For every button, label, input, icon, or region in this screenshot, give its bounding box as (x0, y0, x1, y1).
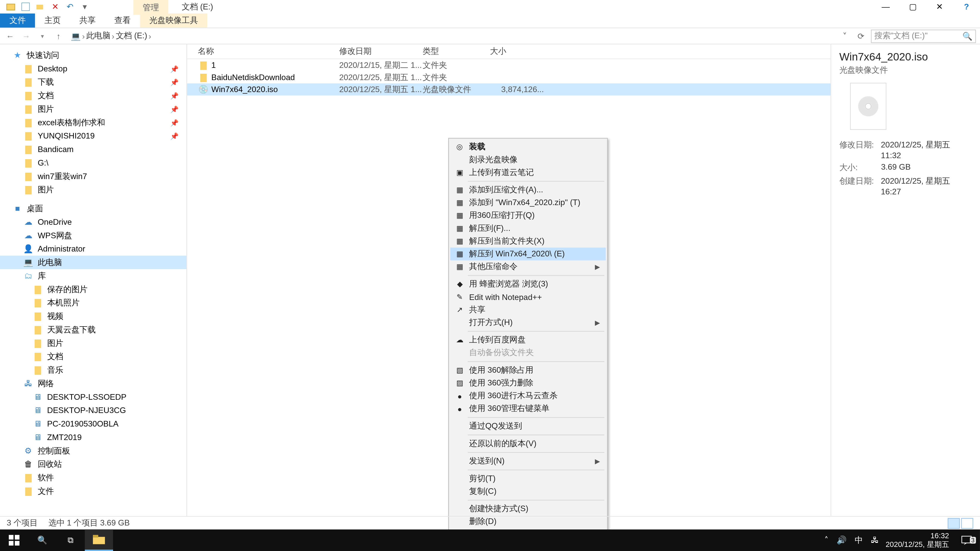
breadcrumb[interactable]: 💻 › 此电脑 › 文档 (E:) › (68, 29, 835, 43)
qat-customize-icon[interactable]: ▾ (78, 1, 92, 13)
context-menu-item[interactable]: ▧使用 360解除占用 (450, 364, 606, 377)
nav-item[interactable]: ▇G:\ (0, 156, 186, 170)
tray-overflow-icon[interactable]: ˄ (824, 535, 829, 545)
tab-file[interactable]: 文件 (0, 14, 35, 27)
network-icon[interactable]: 🖧 (871, 535, 879, 545)
context-menu-item[interactable]: ▦解压到 Win7x64_2020\ (E) (450, 248, 606, 260)
breadcrumb-item[interactable]: 此电脑 (86, 30, 110, 42)
nav-item[interactable]: 🖥ZMT2019 (0, 430, 186, 444)
nav-item[interactable]: 👤Administrator (0, 242, 186, 256)
context-menu-item[interactable]: ▨使用 360强力删除 (450, 377, 606, 389)
task-view-button[interactable]: ⧉ (57, 530, 85, 551)
col-name[interactable]: 名称 (198, 46, 339, 57)
minimize-button[interactable]: — (872, 0, 899, 14)
view-details-button[interactable] (948, 518, 959, 528)
context-menu-item[interactable]: 还原以前的版本(V) (450, 437, 606, 450)
nav-item[interactable]: ▇文档 (0, 350, 186, 363)
recent-dropdown[interactable]: ▾ (36, 33, 48, 39)
file-row[interactable]: ▇BaiduNetdiskDownload2020/12/25, 星期五 1..… (187, 71, 830, 83)
column-headers[interactable]: 名称 修改日期 类型 大小 (187, 44, 830, 59)
nav-item[interactable]: ▇视频 (0, 310, 186, 323)
nav-item[interactable]: ☁WPS网盘 (0, 229, 186, 242)
tab-home[interactable]: 主页 (35, 14, 70, 27)
qat-newfolder-icon[interactable] (34, 1, 47, 13)
context-menu-item[interactable]: 刻录光盘映像 (450, 153, 606, 166)
context-menu-item[interactable]: 打开方式(H)▶ (450, 316, 606, 329)
nav-desktop-root[interactable]: ■ 桌面 (0, 202, 186, 215)
context-menu-item[interactable]: ▦其他压缩命令▶ (450, 260, 606, 273)
nav-item[interactable]: ▇文件 (0, 484, 186, 498)
nav-item[interactable]: ▇文档📌 (0, 89, 186, 102)
nav-item[interactable]: ▇Desktop📌 (0, 62, 186, 76)
forward-button[interactable]: → (20, 32, 32, 41)
nav-item[interactable]: 🖥PC-20190530OBLA (0, 417, 186, 430)
nav-item[interactable]: ▇win7重装win7 (0, 170, 186, 183)
context-menu-item[interactable]: ▦添加到压缩文件(A)... (450, 184, 606, 197)
back-button[interactable]: ← (4, 32, 16, 41)
contextual-tab[interactable]: 管理 (133, 0, 168, 14)
up-button[interactable]: ↑ (52, 32, 65, 41)
start-button[interactable] (0, 530, 28, 551)
nav-item[interactable]: 🖧网络 (0, 377, 186, 390)
nav-item[interactable]: 🗑回收站 (0, 457, 186, 471)
context-menu-item[interactable]: ◆用 蜂蜜浏览器 浏览(3) (450, 278, 606, 291)
nav-item[interactable]: ▇图片📌 (0, 102, 186, 116)
nav-quick-access[interactable]: ★ 快速访问 (0, 48, 186, 62)
nav-item[interactable]: ▇图片 (0, 183, 186, 197)
context-menu-item[interactable]: ✎Edit with Notepad++ (450, 291, 606, 303)
qat-properties-icon[interactable] (19, 1, 32, 13)
context-menu-item[interactable]: 复制(C) (450, 485, 606, 498)
search-input[interactable]: 搜索"文档 (E:)" 🔍 (871, 29, 976, 43)
nav-item[interactable]: 💻此电脑 (0, 256, 186, 269)
context-menu-item[interactable]: ▦用360压缩打开(Q) (450, 209, 606, 222)
nav-item[interactable]: 🗂库 (0, 269, 186, 283)
maximize-button[interactable]: ▢ (899, 0, 926, 14)
context-menu-item[interactable]: ▦解压到当前文件夹(X) (450, 235, 606, 248)
nav-item[interactable]: ▇保存的图片 (0, 283, 186, 296)
file-explorer-taskbar[interactable] (85, 530, 113, 551)
nav-item[interactable]: ▇下载📌 (0, 75, 186, 89)
nav-item[interactable]: ▇天翼云盘下载 (0, 323, 186, 337)
nav-item[interactable]: ▇图片 (0, 337, 186, 350)
file-row[interactable]: ▇12020/12/15, 星期二 1...文件夹 (187, 59, 830, 71)
view-thumbnails-button[interactable] (961, 518, 973, 528)
context-menu-item[interactable]: ▣上传到有道云笔记 (450, 166, 606, 179)
context-menu-item[interactable]: ☁上传到百度网盘 (450, 333, 606, 346)
nav-item[interactable]: ▇本机照片 (0, 296, 186, 310)
address-dropdown[interactable]: ˅ (838, 32, 851, 41)
context-menu-item[interactable]: 通过QQ发送到 (450, 420, 606, 433)
qat-delete-icon[interactable]: ✕ (48, 1, 62, 13)
context-menu-item[interactable]: ▦添加到 "Win7x64_2020.zip" (T) (450, 197, 606, 209)
refresh-button[interactable]: ⟳ (855, 32, 867, 41)
tab-iso-tools[interactable]: 光盘映像工具 (140, 14, 207, 27)
context-menu-item[interactable]: ●使用 360进行木马云查杀 (450, 389, 606, 402)
col-type[interactable]: 类型 (423, 46, 490, 57)
file-row[interactable]: 💿Win7x64_2020.iso2020/12/25, 星期五 1...光盘映… (187, 83, 830, 95)
nav-item[interactable]: ▇音乐 (0, 363, 186, 377)
nav-item[interactable]: ▇Bandicam (0, 143, 186, 156)
help-button[interactable]: ? (953, 0, 980, 14)
clock[interactable]: 16:32 2020/12/25, 星期五 (886, 531, 953, 549)
nav-item[interactable]: ▇excel表格制作求和📌 (0, 116, 186, 129)
nav-item[interactable]: ⚙控制面板 (0, 444, 186, 457)
tab-share[interactable]: 共享 (70, 14, 105, 27)
col-size[interactable]: 大小 (490, 46, 544, 57)
context-menu-item[interactable]: 发送到(N)▶ (450, 455, 606, 468)
context-menu-item[interactable]: 创建快捷方式(S) (450, 503, 606, 515)
context-menu-item[interactable]: ▦解压到(F)... (450, 222, 606, 235)
breadcrumb-item[interactable]: 文档 (E:) (116, 30, 147, 42)
nav-item[interactable]: 🖥DESKTOP-LSSOEDP (0, 390, 186, 404)
search-button[interactable]: 🔍 (28, 530, 57, 551)
col-date[interactable]: 修改日期 (339, 46, 423, 57)
qat-undo-icon[interactable]: ↶ (63, 1, 77, 13)
action-center-button[interactable]: 3 (953, 534, 980, 546)
context-menu-item[interactable]: ↗共享 (450, 303, 606, 316)
context-menu-item[interactable]: 剪切(T) (450, 472, 606, 485)
nav-item[interactable]: ☁OneDrive (0, 215, 186, 229)
tab-view[interactable]: 查看 (105, 14, 140, 27)
nav-item[interactable]: ▇YUNQISHI2019📌 (0, 129, 186, 143)
volume-icon[interactable]: 🔊 (837, 535, 847, 545)
context-menu-item[interactable]: ◎装载 (450, 141, 606, 153)
close-button[interactable]: ✕ (926, 0, 953, 14)
context-menu-item[interactable]: ●使用 360管理右键菜单 (450, 402, 606, 415)
